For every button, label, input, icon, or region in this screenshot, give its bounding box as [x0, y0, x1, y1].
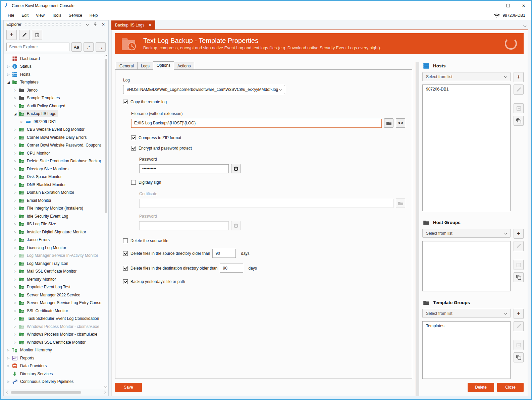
tree-collapsed-icon[interactable]: ▷ — [12, 183, 18, 186]
tree-collapsed-icon[interactable]: ▷ — [12, 175, 18, 178]
tree-item-content[interactable]: Janco Errors — [18, 236, 52, 243]
tree-item-content[interactable]: Log Manager Service In-Activity Monitor — [18, 252, 100, 259]
tree-item-content[interactable]: Data Providers — [11, 362, 49, 369]
tree-expanded-icon[interactable]: ◢ — [12, 112, 18, 116]
tree-item-content[interactable]: 987206-DB1 — [24, 118, 58, 125]
tree-item-content[interactable]: Status — [11, 63, 34, 70]
tree-item-content[interactable]: IIS Log File Size — [18, 221, 58, 227]
tree-item[interactable]: ▷Idle Security Event Log — [4, 212, 108, 220]
tab-close-icon[interactable]: ✕ — [148, 23, 152, 27]
tree-item[interactable]: ◢Backup IIS Logs — [4, 110, 108, 118]
certificate-password-input[interactable] — [139, 221, 229, 230]
tree-collapsed-icon[interactable]: ▷ — [12, 144, 18, 147]
tree-item-content[interactable]: Continuous Delivery Pipelines — [11, 378, 75, 385]
tree-item[interactable]: ▷Installer Digital Signature Monitor — [4, 228, 108, 236]
tree-item[interactable]: ▷Log Manager Service In-Activity Monitor — [4, 252, 108, 260]
host-groups-copy-button[interactable] — [514, 272, 524, 282]
close-template-button[interactable]: Close — [497, 383, 524, 392]
host-groups-select-dropdown[interactable]: Select from list — [422, 229, 511, 238]
tab-actions[interactable]: Actions — [174, 62, 194, 70]
tree-item[interactable]: ▷Windows Process Monitor - cbsmsrv.exe — [4, 323, 108, 331]
tree-item-content[interactable]: Templates — [11, 79, 41, 85]
tree-collapsed-icon[interactable]: ▷ — [6, 348, 11, 352]
tree-item-content[interactable]: Windows Process Monitor - cbsmsrv.exe — [18, 323, 101, 330]
tree-item[interactable]: ▷Sample Templates — [4, 94, 108, 102]
search-input[interactable] — [6, 43, 69, 51]
panel-drag-handle[interactable] — [25, 23, 81, 26]
hosts-list[interactable]: 987206-DB1 — [422, 84, 511, 211]
tree-collapsed-icon[interactable]: ▷ — [6, 73, 11, 76]
delete-destination-older-checkbox[interactable]: Delete files in the destination director… — [123, 266, 217, 271]
tree-item-content[interactable]: Windows SSL Certificate Monitor — [18, 339, 88, 346]
show-certificate-password-button[interactable] — [231, 221, 241, 230]
backup-yesterday-checkbox[interactable]: Backup yesterday's file or path — [123, 279, 185, 284]
tree-item-content[interactable]: File Integrity Monitor (Installers) — [18, 205, 85, 212]
tree-item[interactable]: ▷Task Scheduler Event Log Consolidation — [4, 315, 108, 323]
tree-collapsed-icon[interactable]: ▷ — [6, 364, 11, 367]
tree-item[interactable]: ▷Reports — [4, 354, 108, 362]
tree-item[interactable]: ▷Windows SSL Certificate Monitor — [4, 338, 108, 346]
tree-item[interactable]: ▷File Integrity Monitor (Installers) — [4, 205, 108, 213]
tree-horizontal-scrollbar[interactable] — [4, 389, 108, 396]
template-groups-list[interactable]: Templates — [422, 321, 511, 379]
tree-collapsed-icon[interactable]: ▷ — [12, 136, 18, 139]
tree-collapsed-icon[interactable]: ▷ — [12, 254, 18, 257]
tree-collapsed-icon[interactable]: ▷ — [12, 89, 18, 92]
tree-item[interactable]: ▷Memory Monitor — [4, 275, 108, 283]
menu-edit[interactable]: Edit — [18, 11, 32, 19]
tree-collapsed-icon[interactable]: ▷ — [12, 293, 18, 297]
tree-item-content[interactable]: Dashboard — [11, 55, 42, 62]
tree-item-content[interactable]: SSL Certificate Monitor — [18, 307, 70, 314]
host-groups-remove-button[interactable] — [514, 260, 524, 270]
menu-view[interactable]: View — [32, 11, 48, 19]
host-groups-list[interactable] — [422, 241, 511, 291]
tree-item[interactable]: ▷CPU Monitor — [4, 149, 108, 157]
tree-item[interactable]: ▷Domain Expiration Monitor — [4, 189, 108, 197]
tree-item[interactable]: ▷Populate Event Log Test — [4, 283, 108, 291]
tree-item-content[interactable]: Installer Digital Signature Monitor — [18, 229, 88, 235]
browse-folder-button[interactable] — [384, 118, 393, 128]
tree-collapsed-icon[interactable]: ▷ — [12, 317, 18, 320]
tree-item-content[interactable]: Memory Monitor — [18, 276, 58, 283]
tree-item[interactable]: ▷Mail SSL Certificate Monitor — [4, 268, 108, 276]
insert-token-button[interactable]: < > — [396, 118, 405, 128]
tree-collapsed-icon[interactable]: ▷ — [12, 325, 18, 328]
source-days-input[interactable] — [212, 249, 236, 258]
menu-help[interactable]: Help — [86, 11, 102, 19]
tree-item-content[interactable]: Mail SSL Certificate Monitor — [18, 268, 78, 275]
tree-item-content[interactable]: Idle Security Event Log — [18, 213, 70, 220]
tree-item-content[interactable]: Reports — [11, 355, 36, 361]
tree-collapsed-icon[interactable]: ▷ — [12, 278, 18, 281]
tree-item[interactable]: ▷Server Manager Service Log Entry Consol… — [4, 299, 108, 307]
tree-item[interactable]: ▷Email Monitor — [4, 196, 108, 205]
tree-item-content[interactable]: Hosts — [11, 71, 33, 78]
save-button[interactable]: Save — [115, 383, 142, 392]
hosts-select-dropdown[interactable]: Select from list — [422, 72, 511, 81]
tree-collapsed-icon[interactable]: ▷ — [12, 309, 18, 312]
delete-source-file-checkbox[interactable]: Delete the source file — [123, 238, 168, 243]
log-combobox[interactable]: \\HOSTNAME\D$\Web_Logs\cornerbowlsoftwar… — [123, 85, 285, 94]
tree-item[interactable]: ▷Audit Policy Changed — [4, 102, 108, 110]
hosts-copy-button[interactable] — [514, 116, 524, 126]
delete-source-older-checkbox[interactable]: Delete files in the source directory old… — [123, 251, 210, 256]
tree-item-content[interactable]: Server Manager Service Log Entry Consoli… — [18, 299, 103, 306]
tree-item-content[interactable]: Directory Services — [11, 370, 55, 377]
panel-splitter[interactable] — [416, 62, 419, 396]
hosts-remove-button[interactable] — [514, 103, 524, 113]
tree-collapsed-icon[interactable]: ▷ — [12, 207, 18, 210]
tree-collapsed-icon[interactable]: ▷ — [12, 230, 18, 234]
tree-item[interactable]: ▷Licensing Log Monitor — [4, 244, 108, 252]
list-item[interactable]: 987206-DB1 — [423, 85, 510, 92]
tree-item[interactable]: ▷Delete Stale Production Database Backup… — [4, 157, 108, 165]
delete-button[interactable] — [32, 30, 42, 40]
match-case-button[interactable]: Aa — [71, 42, 82, 52]
tree-item[interactable]: ▷Corner Bowl Website Password, Coupons, … — [4, 141, 108, 150]
hosts-edit-button[interactable] — [514, 84, 524, 95]
scrollbar-thumb[interactable] — [11, 391, 81, 394]
tree-vertical-scrollbar[interactable] — [103, 54, 108, 389]
browse-certificate-button[interactable] — [396, 198, 405, 208]
tree-item[interactable]: ▷Data Providers — [4, 362, 108, 370]
template-groups-edit-button[interactable] — [514, 321, 524, 331]
tab-overflow-button[interactable] — [524, 22, 526, 28]
tree-item[interactable]: Dashboard — [4, 55, 108, 63]
